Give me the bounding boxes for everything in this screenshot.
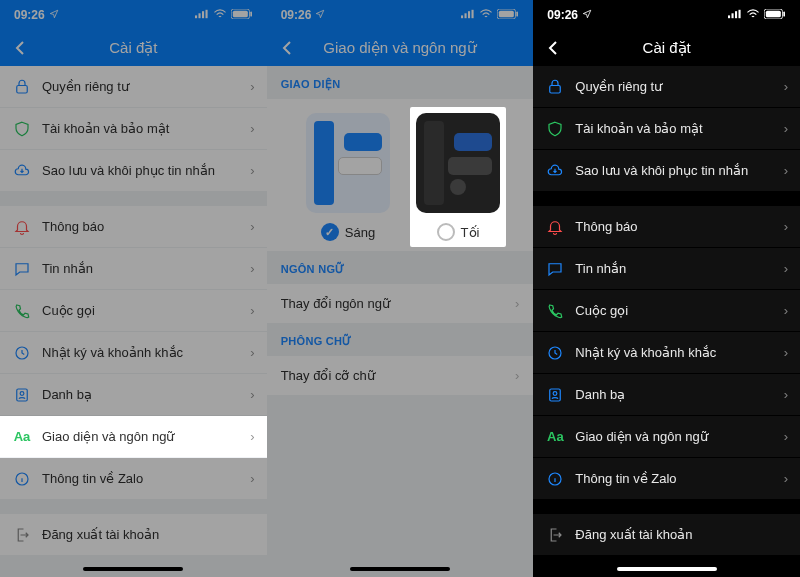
svg-rect-18 xyxy=(517,12,519,17)
chevron-right-icon: › xyxy=(250,121,254,136)
settings-row-aa[interactable]: AaGiao diện và ngôn ngữ› xyxy=(533,416,800,458)
phone-appearance: 09:26 Giao diện và ngôn ngữ GIAO DIỆN xyxy=(267,0,534,577)
chevron-right-icon: › xyxy=(250,387,254,402)
theme-light-card[interactable]: Sáng xyxy=(300,113,396,241)
settings-row-clock[interactable]: Nhật ký và khoảnh khắc› xyxy=(0,332,267,374)
svg-rect-24 xyxy=(766,11,781,18)
logout-icon xyxy=(545,526,565,544)
settings-row-shield[interactable]: Tài khoản và bảo mật› xyxy=(0,108,267,150)
chevron-right-icon: › xyxy=(784,429,788,444)
chevron-right-icon: › xyxy=(784,345,788,360)
page-title: Cài đặt xyxy=(109,39,157,57)
settings-row-contacts[interactable]: Danh bạ› xyxy=(533,374,800,416)
svg-rect-15 xyxy=(472,10,474,18)
row-change-font[interactable]: Thay đổi cỡ chữ › xyxy=(267,356,534,395)
page-title: Cài đặt xyxy=(643,39,691,57)
back-button[interactable] xyxy=(10,38,30,58)
info-icon xyxy=(545,470,565,488)
phone-icon xyxy=(12,302,32,320)
section-gap xyxy=(0,500,267,514)
settings-body: Quyền riêng tư›Tài khoản và bảo mật›Sao … xyxy=(0,66,267,577)
row-label: Cuộc gọi xyxy=(42,303,240,318)
contacts-icon xyxy=(545,386,565,404)
chevron-right-icon: › xyxy=(784,121,788,136)
chat-icon xyxy=(12,260,32,278)
settings-row-lock[interactable]: Quyền riêng tư› xyxy=(0,66,267,108)
row-label: Cuộc gọi xyxy=(575,303,773,318)
header-bar: Cài đặt xyxy=(533,30,800,66)
settings-row-cloud[interactable]: Sao lưu và khôi phục tin nhắn› xyxy=(0,150,267,192)
chevron-right-icon: › xyxy=(784,303,788,318)
wifi-icon xyxy=(479,8,493,22)
svg-rect-12 xyxy=(461,15,463,18)
theme-light-preview xyxy=(306,113,390,213)
theme-dark-radio[interactable]: Tối xyxy=(437,223,480,241)
status-time: 09:26 xyxy=(281,8,312,22)
battery-icon xyxy=(764,8,786,22)
settings-row-bell[interactable]: Thông báo› xyxy=(533,206,800,248)
row-label: Đăng xuất tài khoản xyxy=(42,527,255,542)
row-label: Thông báo xyxy=(575,219,773,234)
settings-row-info[interactable]: Thông tin về Zalo› xyxy=(533,458,800,500)
chevron-right-icon: › xyxy=(250,471,254,486)
battery-icon xyxy=(231,8,253,22)
settings-row-shield[interactable]: Tài khoản và bảo mật› xyxy=(533,108,800,150)
theme-dark-card[interactable]: Tối xyxy=(410,107,506,247)
back-button[interactable] xyxy=(543,38,563,58)
chevron-right-icon: › xyxy=(250,303,254,318)
section-font: PHÔNG CHỮ xyxy=(267,323,534,356)
logout-icon xyxy=(12,526,32,544)
svg-rect-25 xyxy=(783,12,785,17)
wifi-icon xyxy=(746,8,760,22)
svg-rect-2 xyxy=(202,11,204,18)
settings-row-logout[interactable]: Đăng xuất tài khoản xyxy=(533,514,800,556)
row-label: Đăng xuất tài khoản xyxy=(575,527,788,542)
theme-light-label: Sáng xyxy=(345,225,375,240)
location-icon xyxy=(315,8,325,22)
chevron-right-icon: › xyxy=(515,296,519,311)
settings-row-aa[interactable]: AaGiao diện và ngôn ngữ› xyxy=(0,416,267,458)
row-label: Sao lưu và khôi phục tin nhắn xyxy=(575,163,773,178)
settings-row-cloud[interactable]: Sao lưu và khôi phục tin nhắn› xyxy=(533,150,800,192)
row-label: Tin nhắn xyxy=(42,261,240,276)
settings-row-contacts[interactable]: Danh bạ› xyxy=(0,374,267,416)
row-label: Thông tin về Zalo xyxy=(42,471,240,486)
settings-row-chat[interactable]: Tin nhắn› xyxy=(533,248,800,290)
home-indicator xyxy=(83,567,183,571)
svg-rect-17 xyxy=(499,11,514,18)
row-label: Tài khoản và bảo mật xyxy=(575,121,773,136)
status-time: 09:26 xyxy=(547,8,578,22)
status-bar: 09:26 xyxy=(0,0,267,30)
settings-row-chat[interactable]: Tin nhắn› xyxy=(0,248,267,290)
phone-settings-dark: 09:26 Cài đặt Quyền riêng tư›Tài khoản v… xyxy=(533,0,800,577)
svg-rect-14 xyxy=(468,11,470,18)
svg-rect-21 xyxy=(735,11,737,18)
back-button[interactable] xyxy=(277,38,297,58)
chevron-right-icon: › xyxy=(784,471,788,486)
section-gap xyxy=(533,500,800,514)
settings-row-lock[interactable]: Quyền riêng tư› xyxy=(533,66,800,108)
appearance-body: GIAO DIỆN Sáng xyxy=(267,66,534,577)
svg-rect-3 xyxy=(205,10,207,18)
shield-icon xyxy=(12,120,32,138)
settings-row-logout[interactable]: Đăng xuất tài khoản xyxy=(0,514,267,556)
chevron-right-icon: › xyxy=(784,387,788,402)
header-bar: Giao diện và ngôn ngữ xyxy=(267,30,534,66)
settings-row-phone[interactable]: Cuộc gọi› xyxy=(0,290,267,332)
section-gap xyxy=(533,192,800,206)
theme-light-radio[interactable]: Sáng xyxy=(321,223,375,241)
row-label: Danh bạ xyxy=(42,387,240,402)
settings-row-bell[interactable]: Thông báo› xyxy=(0,206,267,248)
chevron-right-icon: › xyxy=(784,261,788,276)
section-language: NGÔN NGỮ xyxy=(267,251,534,284)
settings-row-info[interactable]: Thông tin về Zalo› xyxy=(0,458,267,500)
page-title: Giao diện và ngôn ngữ xyxy=(323,39,476,57)
settings-row-phone[interactable]: Cuộc gọi› xyxy=(533,290,800,332)
svg-point-10 xyxy=(20,391,24,395)
status-bar: 09:26 xyxy=(267,0,534,30)
row-label: Thông báo xyxy=(42,219,240,234)
row-change-language[interactable]: Thay đổi ngôn ngữ › xyxy=(267,284,534,323)
settings-row-clock[interactable]: Nhật ký và khoảnh khắc› xyxy=(533,332,800,374)
cloud-icon xyxy=(545,162,565,180)
header-bar: Cài đặt xyxy=(0,30,267,66)
